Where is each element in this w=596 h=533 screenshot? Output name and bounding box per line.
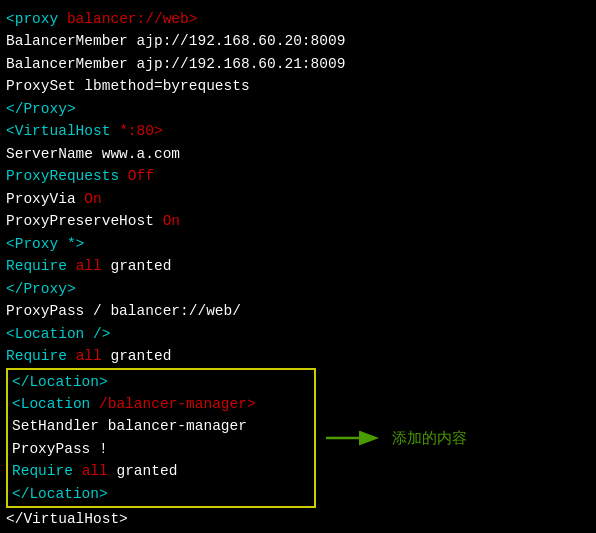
hl-location-balancer-open: <Location /balancer-manager> xyxy=(12,393,310,415)
line-balancer-member-2: BalancerMember ajp://192.168.60.21:8009 xyxy=(6,53,590,75)
highlighted-block: </Location> <Location /balancer-manager>… xyxy=(6,368,316,509)
line-location-root-open: <Location /> xyxy=(6,323,590,345)
line-proxypass-balancer: ProxyPass / balancer://web/ xyxy=(6,300,590,322)
line-virtualhost-close: </VirtualHost> xyxy=(6,508,590,530)
line-require-all-1: Require all granted xyxy=(6,255,590,277)
added-content-text: 添加的内容 xyxy=(392,426,467,449)
line-require-all-2: Require all granted xyxy=(6,345,590,367)
added-content-label: 添加的内容 xyxy=(326,424,467,452)
line-proxypreservehost: ProxyPreserveHost On xyxy=(6,210,590,232)
code-container: <proxy balancer://web> BalancerMember aj… xyxy=(0,0,596,533)
hl-sethandler: SetHandler balancer-manager xyxy=(12,415,310,437)
line-proxyrequests: ProxyRequests Off xyxy=(6,165,590,187)
line-proxy-star-open: <Proxy *> xyxy=(6,233,590,255)
line-proxy-star-close: </Proxy> xyxy=(6,278,590,300)
line-virtualhost-open: <VirtualHost *:80> xyxy=(6,120,590,142)
line-servername: ServerName www.a.com xyxy=(6,143,590,165)
line-proxy-close: </Proxy> xyxy=(6,98,590,120)
line-proxyvia: ProxyVia On xyxy=(6,188,590,210)
line-proxy-open: <proxy balancer://web> xyxy=(6,8,590,30)
arrow-icon xyxy=(326,424,386,452)
hl-require-all-3: Require all granted xyxy=(12,460,310,482)
hl-location-root-close: </Location> xyxy=(12,371,310,393)
hl-location-balancer-close: </Location> xyxy=(12,483,310,505)
hl-proxypass-excl: ProxyPass ! xyxy=(12,438,310,460)
line-proxyset: ProxySet lbmethod=byrequests xyxy=(6,75,590,97)
highlight-section: </Location> <Location /balancer-manager>… xyxy=(6,368,590,509)
line-balancer-member-1: BalancerMember ajp://192.168.60.20:8009 xyxy=(6,30,590,52)
